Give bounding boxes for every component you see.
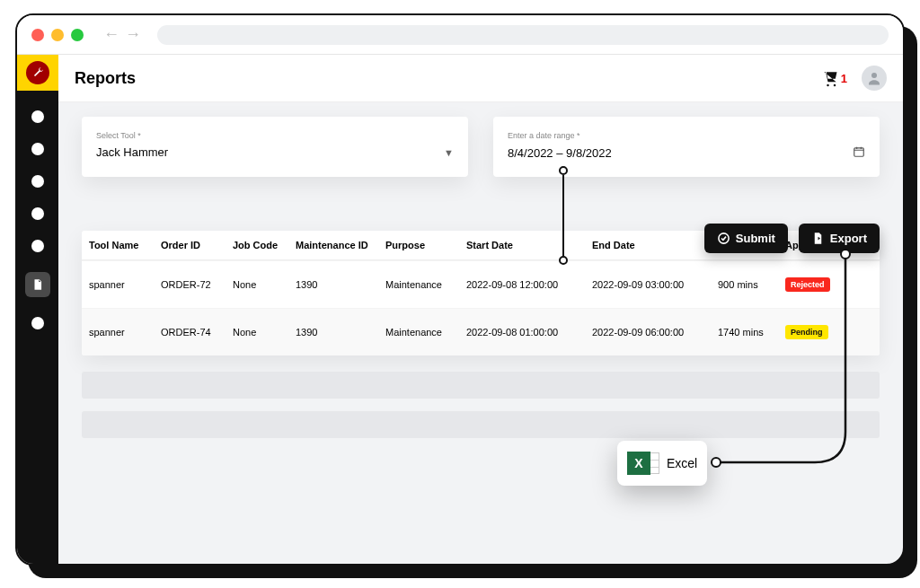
col-purpose: Purpose	[385, 240, 466, 250]
tool-select-label: Select Tool *	[96, 131, 141, 140]
sidebar-item-reports[interactable]	[25, 272, 50, 297]
action-bar: Submit Export	[704, 224, 880, 253]
col-start-date: Start Date	[466, 240, 592, 250]
excel-sheet-icon	[650, 452, 659, 474]
cell-tool-name: spanner	[89, 327, 161, 338]
maximize-window-icon[interactable]	[71, 29, 84, 41]
sidebar	[17, 55, 58, 564]
cell-tool-name: spanner	[89, 279, 161, 290]
brand-logo[interactable]	[17, 55, 58, 91]
connector-node	[559, 256, 568, 265]
user-icon	[866, 70, 882, 86]
nav-arrows: ← →	[103, 25, 141, 44]
cell-purpose: Maintenance	[385, 279, 466, 290]
col-tool-name: Tool Name	[89, 240, 161, 250]
content-area: Reports 1 Select Tool * Ja	[58, 55, 903, 564]
forward-button[interactable]: →	[125, 25, 141, 44]
cart-icon	[821, 69, 839, 87]
cell-maintenance-id: 1390	[296, 279, 385, 290]
sidebar-item-5[interactable]	[31, 240, 44, 252]
cell-job-code: None	[233, 279, 296, 290]
cart-button[interactable]: 1	[821, 69, 847, 87]
col-order-id: Order ID	[161, 240, 233, 250]
cell-start-date: 2022-09-08 01:00:00	[466, 327, 592, 338]
col-maintenance-id: Maintenance ID	[296, 240, 385, 250]
table-row[interactable]: spannerORDER-74None1390Maintenance2022-0…	[82, 308, 880, 355]
url-bar[interactable]	[157, 25, 889, 45]
close-window-icon[interactable]	[31, 29, 44, 41]
cell-end-date: 2022-09-09 03:00:00	[592, 279, 718, 290]
cell-job-code: None	[233, 327, 296, 338]
tool-select-value: Jack Hammer	[96, 145, 168, 159]
tool-select[interactable]: Select Tool * Jack Hammer ▼	[82, 117, 468, 177]
window-controls	[31, 29, 84, 41]
submit-button[interactable]: Submit	[704, 224, 788, 253]
cell-approval-status: Rejected	[785, 277, 880, 292]
sidebar-item-3[interactable]	[31, 175, 44, 188]
svg-point-0	[871, 73, 877, 78]
col-end-date: End Date	[592, 240, 718, 250]
check-circle-icon	[717, 232, 730, 245]
excel-icon	[627, 452, 650, 475]
cart-count: 1	[841, 72, 847, 85]
table-row[interactable]: spannerORDER-72None1390Maintenance2022-0…	[82, 260, 880, 308]
cell-maintenance-id: 1390	[296, 327, 385, 338]
export-icon	[811, 232, 825, 245]
sidebar-item-7[interactable]	[31, 317, 44, 329]
back-button[interactable]: ←	[103, 25, 119, 44]
cell-total-mins: 1740 mins	[718, 327, 785, 338]
col-job-code: Job Code	[233, 240, 296, 250]
cell-end-date: 2022-09-09 06:00:00	[592, 327, 718, 338]
page-title: Reports	[75, 69, 136, 88]
user-avatar[interactable]	[862, 66, 887, 91]
cell-purpose: Maintenance	[385, 327, 466, 338]
excel-export-popup[interactable]: Excel	[617, 441, 707, 486]
export-button[interactable]: Export	[799, 224, 880, 253]
connector-node	[559, 166, 568, 175]
sidebar-item-1[interactable]	[31, 110, 44, 123]
cell-order-id: ORDER-72	[161, 279, 233, 290]
cell-total-mins: 900 mins	[718, 279, 785, 290]
sidebar-item-2[interactable]	[31, 143, 44, 155]
svg-rect-1	[854, 148, 864, 156]
app-window: ← → Reports	[15, 13, 905, 566]
cell-order-id: ORDER-74	[161, 327, 233, 338]
browser-chrome: ← →	[17, 15, 903, 55]
placeholder-row	[82, 372, 880, 399]
cell-approval-status: Pending	[785, 325, 880, 339]
placeholder-row	[82, 411, 880, 438]
date-range-input[interactable]: Enter a date range * 8/4/2022 – 9/8/2022	[493, 117, 880, 177]
minimize-window-icon[interactable]	[51, 29, 64, 41]
excel-label: Excel	[667, 456, 697, 470]
date-range-value: 8/4/2022 – 9/8/2022	[508, 146, 612, 160]
connector-line	[562, 175, 564, 256]
cell-start-date: 2022-09-08 12:00:00	[466, 279, 592, 290]
svg-point-4	[712, 458, 721, 467]
chevron-down-icon: ▼	[444, 147, 454, 158]
wrench-icon	[26, 61, 49, 84]
date-range-label: Enter a date range *	[508, 131, 580, 140]
page-header: Reports 1	[58, 55, 903, 102]
sidebar-item-4[interactable]	[31, 207, 44, 220]
calendar-icon	[853, 145, 865, 161]
